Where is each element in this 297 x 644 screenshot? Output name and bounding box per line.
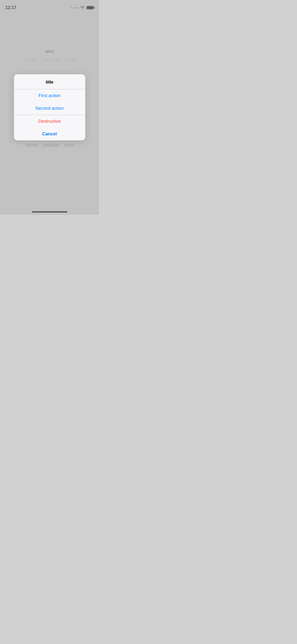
alert-title-section: title (14, 74, 85, 89)
alert-dialog: title First action Second action Destruc… (14, 74, 85, 140)
alert-title: title (46, 80, 53, 85)
modal-overlay: title First action Second action Destruc… (0, 0, 99, 215)
second-action-button[interactable]: Second action (14, 102, 85, 115)
second-action-label: Second action (35, 106, 64, 111)
destructive-action-button[interactable]: Destructive (14, 115, 85, 128)
first-action-label: First action (39, 93, 60, 98)
cancel-action-button[interactable]: Cancel (14, 128, 85, 140)
cancel-action-label: Cancel (42, 131, 57, 136)
destructive-action-label: Destructive (38, 119, 61, 124)
first-action-button[interactable]: First action (14, 89, 85, 102)
